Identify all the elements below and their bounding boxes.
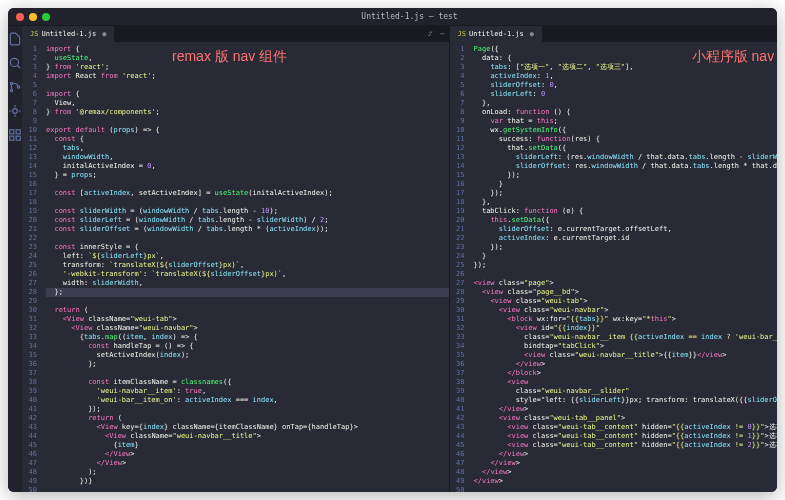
titlebar: Untitled-1.js — test xyxy=(8,8,777,26)
svg-point-2 xyxy=(10,89,12,91)
editor-pane-left: remax 版 nav 组件 JS Untitled-1.js ● ⫽ ⋯ xyxy=(22,26,449,492)
close-window-icon[interactable] xyxy=(16,13,24,21)
svg-rect-5 xyxy=(10,130,14,134)
dirty-indicator[interactable]: ● xyxy=(102,30,106,39)
svg-rect-8 xyxy=(16,136,20,140)
gutter-right: 1234567891011121314151617181920212223242… xyxy=(450,42,470,492)
dirty-indicator[interactable]: ● xyxy=(530,30,534,39)
code-editor-right[interactable]: Page({ data: { tabs: ["选项一", "选项二", "选项三… xyxy=(470,42,777,492)
svg-point-1 xyxy=(10,82,12,84)
svg-rect-7 xyxy=(10,136,14,140)
tab-bar-right: JS Untitled-1.js ● ⫽ ⋯ xyxy=(450,26,777,42)
tab-filename: Untitled-1.js xyxy=(41,30,96,39)
minimize-window-icon[interactable] xyxy=(29,13,37,21)
search-icon[interactable] xyxy=(8,56,22,70)
extensions-icon[interactable] xyxy=(8,128,22,142)
git-icon[interactable] xyxy=(8,80,22,94)
editor-pane-right: 小程序版 nav 组件 JS Untitled-1.js ● ⫽ ⋯ xyxy=(449,26,777,492)
more-actions-icon[interactable]: ⋯ xyxy=(440,30,444,39)
overlay-label-right: 小程序版 nav 组件 xyxy=(692,52,777,61)
svg-rect-6 xyxy=(16,130,20,134)
tab-right[interactable]: JS Untitled-1.js ● xyxy=(450,26,543,42)
gutter-left: 1234567891011121314151617181920212223242… xyxy=(22,42,42,492)
svg-point-3 xyxy=(17,86,19,88)
debug-icon[interactable] xyxy=(8,104,22,118)
svg-point-0 xyxy=(10,58,18,66)
js-file-icon: JS xyxy=(458,30,466,39)
tab-left[interactable]: JS Untitled-1.js ● xyxy=(22,26,115,42)
split-editor-icon[interactable]: ⫽ xyxy=(427,30,434,39)
svg-point-4 xyxy=(13,109,18,114)
maximize-window-icon[interactable] xyxy=(42,13,50,21)
files-icon[interactable] xyxy=(8,32,22,46)
tab-filename: Untitled-1.js xyxy=(469,30,524,39)
tab-bar-left: JS Untitled-1.js ● ⫽ ⋯ xyxy=(22,26,449,42)
overlay-label-left: remax 版 nav 组件 xyxy=(172,52,287,61)
window-title: Untitled-1.js — test xyxy=(50,12,769,21)
code-editor-left[interactable]: import { useState,} from 'react';import … xyxy=(42,42,449,492)
js-file-icon: JS xyxy=(30,30,38,39)
activity-bar xyxy=(8,26,22,492)
